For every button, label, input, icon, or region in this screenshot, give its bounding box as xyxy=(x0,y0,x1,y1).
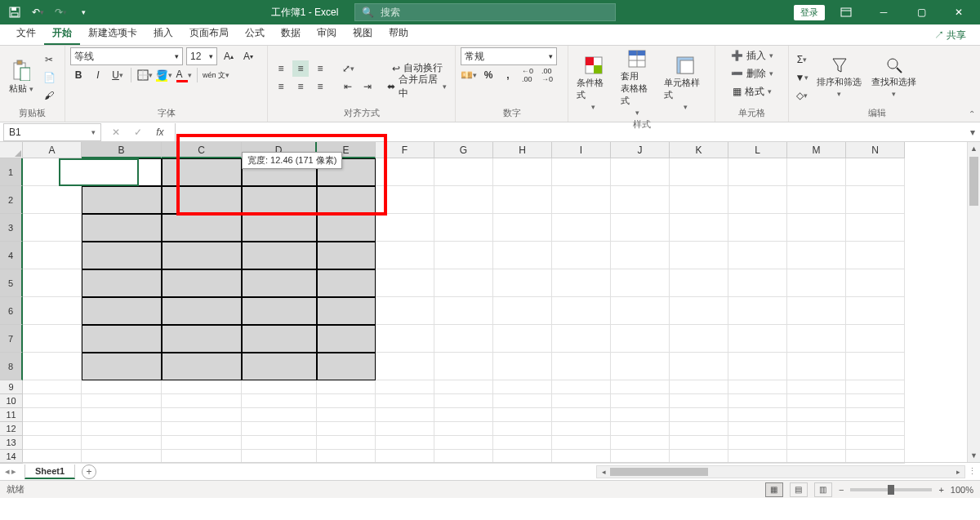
sort-filter-button[interactable]: 排序和筛选 xyxy=(813,55,865,100)
delete-cells-button[interactable]: ➖删除 xyxy=(731,65,773,82)
cell[interactable] xyxy=(317,380,376,394)
number-format-combo[interactable]: 常规▾ xyxy=(461,47,557,65)
ribbon-tab-7[interactable]: 审阅 xyxy=(309,23,345,45)
cell[interactable] xyxy=(242,408,317,422)
cell[interactable] xyxy=(787,408,846,422)
row-header[interactable]: 11 xyxy=(0,408,23,422)
orientation-button[interactable]: ⤢ xyxy=(340,60,356,77)
zoom-level[interactable]: 100% xyxy=(951,485,973,495)
cell[interactable] xyxy=(242,242,317,269)
format-cells-button[interactable]: ▦格式 xyxy=(733,83,772,100)
clear-button[interactable]: ◇ xyxy=(794,87,810,104)
cell[interactable] xyxy=(728,186,787,214)
font-color-button[interactable]: A xyxy=(176,67,192,83)
insert-function-button[interactable]: fx xyxy=(156,127,163,138)
cell[interactable] xyxy=(162,269,242,297)
cell[interactable] xyxy=(611,380,670,394)
cell[interactable] xyxy=(242,353,317,380)
cell[interactable] xyxy=(376,408,434,422)
find-select-button[interactable]: 查找和选择 xyxy=(868,55,920,100)
borders-button[interactable] xyxy=(136,67,153,83)
close-button[interactable]: ✕ xyxy=(942,0,975,24)
cell[interactable] xyxy=(242,269,317,297)
cell[interactable] xyxy=(23,297,82,325)
select-all-button[interactable] xyxy=(0,142,23,158)
cell[interactable] xyxy=(434,408,493,422)
cell[interactable] xyxy=(552,214,611,242)
conditional-format-button[interactable]: 条件格式 xyxy=(573,54,614,113)
autosum-button[interactable]: Σ xyxy=(794,51,810,68)
cell[interactable] xyxy=(23,325,82,353)
cell[interactable] xyxy=(670,394,728,408)
paste-button[interactable]: 粘贴 xyxy=(5,58,38,96)
column-header[interactable]: H xyxy=(493,142,552,158)
qat-customize-button[interactable]: ▾ xyxy=(74,2,93,22)
cell[interactable] xyxy=(611,422,670,436)
align-top-button[interactable]: ≡ xyxy=(273,60,289,77)
increase-decimal-button[interactable]: ←0.00 xyxy=(519,67,536,83)
zoom-in-button[interactable]: + xyxy=(938,485,943,495)
cell[interactable] xyxy=(670,186,728,214)
cell[interactable] xyxy=(376,297,434,325)
cell[interactable] xyxy=(23,158,82,186)
cell[interactable] xyxy=(434,297,493,325)
cell[interactable] xyxy=(242,394,317,408)
cell[interactable] xyxy=(82,269,162,297)
decrease-decimal-button[interactable]: .00→0 xyxy=(539,67,555,83)
cell[interactable] xyxy=(162,214,242,242)
cell[interactable] xyxy=(376,186,434,214)
row-header[interactable]: 7 xyxy=(0,325,23,353)
increase-font-button[interactable]: A▴ xyxy=(220,48,237,64)
cell[interactable] xyxy=(317,422,376,436)
cell[interactable] xyxy=(317,394,376,408)
cell[interactable] xyxy=(728,242,787,269)
column-header[interactable]: G xyxy=(434,142,493,158)
cell[interactable] xyxy=(317,214,376,242)
cell[interactable] xyxy=(611,158,670,186)
cell[interactable] xyxy=(787,297,846,325)
cell[interactable] xyxy=(317,353,376,380)
row-header[interactable]: 5 xyxy=(0,269,23,297)
cell[interactable] xyxy=(552,325,611,353)
cell[interactable] xyxy=(670,269,728,297)
cell[interactable] xyxy=(493,186,552,214)
cell[interactable] xyxy=(317,408,376,422)
cell[interactable] xyxy=(82,242,162,269)
cell[interactable] xyxy=(376,353,434,380)
enter-formula-button[interactable]: ✓ xyxy=(134,127,142,138)
cell[interactable] xyxy=(787,380,846,394)
cell[interactable] xyxy=(162,158,242,186)
cell[interactable] xyxy=(162,325,242,353)
row-header[interactable]: 9 xyxy=(0,380,23,394)
cell[interactable] xyxy=(846,325,905,353)
cell[interactable] xyxy=(670,242,728,269)
align-middle-button[interactable]: ≡ xyxy=(292,60,309,77)
cell[interactable] xyxy=(670,422,728,436)
cell[interactable] xyxy=(434,186,493,214)
cell[interactable] xyxy=(434,422,493,436)
column-header[interactable]: M xyxy=(787,142,846,158)
cell[interactable] xyxy=(670,353,728,380)
cell[interactable] xyxy=(242,186,317,214)
cell[interactable] xyxy=(611,269,670,297)
login-button[interactable]: 登录 xyxy=(794,5,825,20)
cell[interactable] xyxy=(434,242,493,269)
cell[interactable] xyxy=(552,408,611,422)
cell[interactable] xyxy=(162,242,242,269)
cell[interactable] xyxy=(846,186,905,214)
column-header[interactable]: L xyxy=(728,142,787,158)
align-bottom-button[interactable]: ≡ xyxy=(312,60,328,77)
cell[interactable] xyxy=(23,422,82,436)
cell[interactable] xyxy=(493,408,552,422)
worksheet-grid[interactable]: ABCDEFGHIJKLMN 1234567891011121314 宽度: 1… xyxy=(0,142,980,462)
cell[interactable] xyxy=(376,394,434,408)
fill-color-button[interactable]: 🪣 xyxy=(156,67,172,83)
cell[interactable] xyxy=(242,380,317,394)
cell[interactable] xyxy=(82,408,162,422)
sheet-nav-next-button[interactable]: ▸ xyxy=(11,466,16,477)
column-header[interactable]: J xyxy=(611,142,670,158)
cell[interactable] xyxy=(242,297,317,325)
sheet-nav-prev-button[interactable]: ◂ xyxy=(5,466,10,477)
column-header[interactable]: F xyxy=(376,142,434,158)
cell[interactable] xyxy=(162,353,242,380)
